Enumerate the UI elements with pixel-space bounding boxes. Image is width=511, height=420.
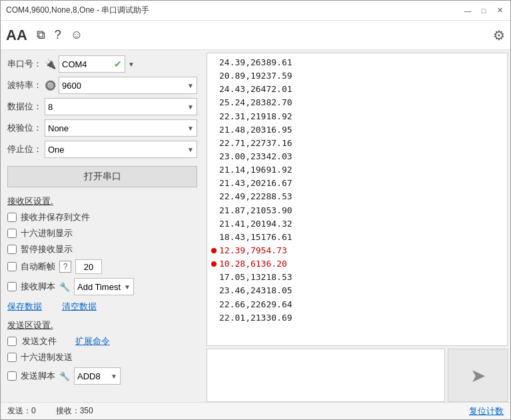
data-line: 12.39,7954.73 xyxy=(211,244,503,257)
recv-pause-row: 暂停接收显示 xyxy=(7,243,197,255)
save-data-link[interactable]: 保存数据 xyxy=(7,301,42,313)
stopbits-chevron-icon: ▼ xyxy=(187,146,194,153)
recv-auto-checkbox[interactable] xyxy=(7,262,17,271)
data-line: 22.01,21330.69 xyxy=(211,311,503,325)
data-line: 23.46,24318.05 xyxy=(211,284,503,297)
baud-row: 波特率： 🔘 9600 ▼ xyxy=(7,77,197,94)
recv-script-value: Add Timest xyxy=(77,282,121,292)
send-hex-label: 十六进制发送 xyxy=(21,351,73,363)
check-icon: ✔ xyxy=(114,59,122,69)
recv-script-checkbox[interactable] xyxy=(7,282,17,291)
right-panel: 24.39,26389.6120.89,19237.5924.43,26472.… xyxy=(204,50,510,402)
parity-label: 校验位： xyxy=(7,122,45,134)
send-status: 发送：0 xyxy=(7,405,36,417)
recv-script-row: 接收脚本 🔧 Add Timest ▼ xyxy=(7,278,197,295)
baud-select[interactable]: 9600 ▼ xyxy=(59,77,197,94)
help-icon[interactable]: ? xyxy=(55,28,61,42)
data-line: 22.66,22629.64 xyxy=(211,298,503,311)
auto-help-button[interactable]: ? xyxy=(59,261,71,273)
send-script-checkbox[interactable] xyxy=(7,371,17,381)
send-hex-checkbox[interactable] xyxy=(7,353,17,362)
port-value: COM4 xyxy=(62,59,87,69)
send-hex-row: 十六进制发送 xyxy=(7,351,197,363)
parity-value: None xyxy=(48,123,69,133)
clear-data-link[interactable]: 清空数据 xyxy=(62,301,97,313)
baud-label: 波特率： xyxy=(7,79,45,91)
databits-row: 数据位： 8 ▼ xyxy=(7,98,197,115)
data-line-text: 21.41,20194.32 xyxy=(219,217,292,231)
minimize-button[interactable]: — xyxy=(462,5,473,16)
data-line-text: 21.43,20216.67 xyxy=(219,177,292,190)
databits-label: 数据位： xyxy=(7,101,45,113)
databits-select[interactable]: 8 ▼ xyxy=(45,98,197,115)
stopbits-control-wrap: One ▼ xyxy=(45,141,197,158)
reset-count-link[interactable]: 复位计数 xyxy=(469,405,504,417)
layout-icon[interactable]: ⧉ xyxy=(37,28,45,42)
title-bar: COM4,9600,None,8,One - 串口调试助手 — □ ✕ xyxy=(1,1,510,21)
send-script-row: 发送脚本 🔧 ADD8 ▼ xyxy=(7,367,197,385)
data-line-text: 25.24,28382.70 xyxy=(219,96,292,109)
port-control-wrap: 🔌 COM4 ✔ ▼ xyxy=(45,55,197,73)
recv-save-row: 接收并保存到文件 xyxy=(7,211,197,223)
port-chevron-icon[interactable]: ▼ xyxy=(128,61,135,68)
data-line: 22.31,21918.92 xyxy=(211,110,503,123)
send-file-row: 发送文件 扩展命令 xyxy=(7,335,197,347)
open-port-button[interactable]: 打开串口 xyxy=(7,166,197,187)
data-line: 25.24,28382.70 xyxy=(211,96,503,109)
stopbits-label: 停止位： xyxy=(7,143,45,155)
recv-script-icon: 🔧 xyxy=(59,282,70,292)
recv-save-label: 接收并保存到文件 xyxy=(21,211,90,223)
recv-hex-row: 十六进制显示 xyxy=(7,227,197,239)
send-file-checkbox[interactable] xyxy=(7,337,17,346)
send-button[interactable]: ➤ xyxy=(448,349,508,402)
send-script-value: ADD8 xyxy=(77,371,101,381)
recv-auto-label: 自动断帧 xyxy=(21,261,55,273)
recv-section-title: 接收区设置. xyxy=(7,195,197,207)
data-line-text: 12.39,7954.73 xyxy=(219,244,287,257)
expand-cmd-link[interactable]: 扩展命令 xyxy=(75,335,110,347)
maximize-button[interactable]: □ xyxy=(478,5,489,16)
baud-icon: 🔘 xyxy=(45,80,56,91)
data-line: 20.89,19237.59 xyxy=(211,69,503,83)
data-line-text: 20.89,19237.59 xyxy=(219,69,292,83)
main-content: 串口号： 🔌 COM4 ✔ ▼ 波特率： 🔘 9600 ▼ xyxy=(1,50,510,402)
recv-save-checkbox[interactable] xyxy=(7,213,17,222)
recv-hex-checkbox[interactable] xyxy=(7,229,17,238)
recv-script-label: 接收脚本 xyxy=(21,281,55,293)
parity-select[interactable]: None ▼ xyxy=(45,119,197,137)
stopbits-select[interactable]: One ▼ xyxy=(45,141,197,158)
send-script-chevron: ▼ xyxy=(111,373,117,380)
port-status-icon: 🔌 xyxy=(45,59,56,69)
parity-row: 校验位： None ▼ xyxy=(7,119,197,137)
data-line: 24.43,26472.01 xyxy=(211,83,503,96)
recv-label: 接收： xyxy=(56,406,80,415)
data-line-text: 21.48,20316.95 xyxy=(219,123,292,137)
data-line: 21.41,20194.32 xyxy=(211,217,503,231)
auto-num-input[interactable] xyxy=(75,259,102,274)
port-select[interactable]: COM4 ✔ xyxy=(59,55,125,73)
action-links: 保存数据 清空数据 xyxy=(7,301,197,313)
close-button[interactable]: ✕ xyxy=(494,5,505,16)
data-line-text: 17.05,13218.53 xyxy=(219,271,292,284)
recv-script-chevron: ▼ xyxy=(124,283,131,291)
data-line: 17.05,13218.53 xyxy=(211,271,503,284)
data-line-text: 24.39,26389.61 xyxy=(219,56,292,69)
window-title: COM4,9600,None,8,One - 串口调试助手 xyxy=(6,5,149,16)
toolbar-left: AA ⧉ ? ☺ xyxy=(6,27,83,44)
databits-control-wrap: 8 ▼ xyxy=(45,98,197,115)
send-input-box[interactable] xyxy=(207,349,445,402)
highlight-dot xyxy=(211,248,217,253)
databits-chevron-icon: ▼ xyxy=(187,103,194,111)
send-section-title: 发送区设置. xyxy=(7,319,197,331)
data-line-text: 18.43,15176.61 xyxy=(219,231,292,244)
data-line-text: 22.31,21918.92 xyxy=(219,110,292,123)
send-script-select[interactable]: ADD8 ▼ xyxy=(74,367,121,385)
settings-icon[interactable]: ⚙ xyxy=(493,27,505,43)
data-line-text: 23.00,23342.03 xyxy=(219,150,292,163)
font-icon[interactable]: AA xyxy=(6,27,27,44)
recv-pause-checkbox[interactable] xyxy=(7,245,17,254)
recv-script-select[interactable]: Add Timest ▼ xyxy=(74,278,134,295)
send-file-label: 发送文件 xyxy=(22,335,57,347)
send-script-icon: 🔧 xyxy=(59,371,70,381)
emoji-icon[interactable]: ☺ xyxy=(71,28,83,42)
